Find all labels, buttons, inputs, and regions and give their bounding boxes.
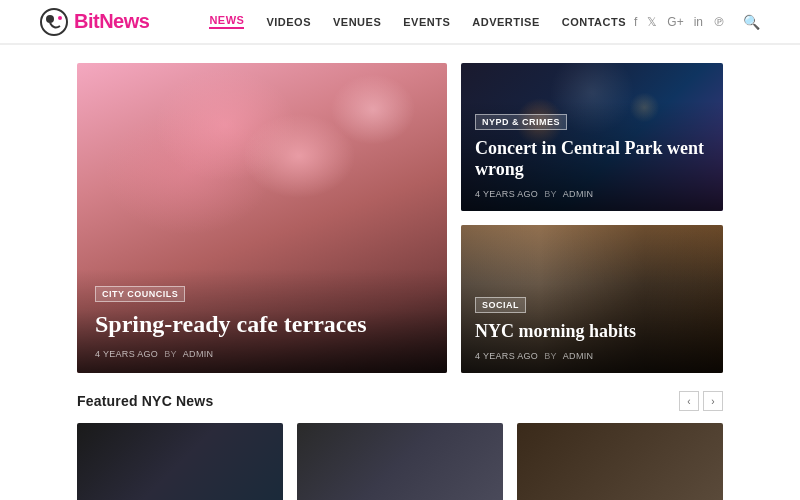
nav-videos[interactable]: VIDEOS <box>266 16 311 28</box>
featured-cards-row <box>77 423 723 500</box>
nav-venues[interactable]: VENUES <box>333 16 381 28</box>
card-overlay-spring: CITY COUNCILS Spring-ready cafe terraces… <box>77 269 447 373</box>
googleplus-icon[interactable]: G+ <box>667 15 683 29</box>
pinterest-icon[interactable]: ℗ <box>713 15 725 29</box>
nav-contacts[interactable]: CONTACTS <box>562 16 626 28</box>
card-nyc-morning[interactable]: SOCIAL NYC morning habits 4 YEARS AGO BY… <box>461 225 723 373</box>
prev-arrow[interactable]: ‹ <box>679 391 699 411</box>
meta-time-concert: 4 YEARS AGO <box>475 189 538 199</box>
card-spring-terraces[interactable]: CITY COUNCILS Spring-ready cafe terraces… <box>77 63 447 373</box>
meta-sep-spring: BY <box>164 349 177 359</box>
featured-card-3-bg <box>517 423 723 500</box>
linkedin-icon[interactable]: in <box>694 15 703 29</box>
facebook-icon[interactable]: f <box>634 15 637 29</box>
logo[interactable]: BitNews <box>40 8 149 36</box>
card-overlay-nyc: SOCIAL NYC morning habits 4 YEARS AGO BY… <box>461 284 723 373</box>
meta-time-nyc: 4 YEARS AGO <box>475 351 538 361</box>
logo-text: BitNews <box>74 10 149 33</box>
nav-events[interactable]: EVENTS <box>403 16 450 28</box>
card-title-concert: Concert in Central Park went wrong <box>475 138 709 181</box>
header-right: f 𝕏 G+ in ℗ 🔍 <box>634 14 760 30</box>
meta-sep-nyc: BY <box>544 351 557 361</box>
card-overlay-concert: NYPD & CRIMES Concert in Central Park we… <box>461 101 723 211</box>
category-tag-social: SOCIAL <box>475 297 526 313</box>
featured-card-1-bg <box>77 423 283 500</box>
meta-author-concert: ADMIN <box>563 189 594 199</box>
featured-section-title: Featured NYC News <box>77 393 213 409</box>
search-button[interactable]: 🔍 <box>743 14 760 30</box>
meta-author-spring: ADMIN <box>183 349 214 359</box>
meta-author-nyc: ADMIN <box>563 351 594 361</box>
card-title-nyc: NYC morning habits <box>475 321 709 343</box>
meta-time-spring: 4 YEARS AGO <box>95 349 158 359</box>
featured-header: Featured NYC News ‹ › <box>77 391 723 411</box>
svg-point-2 <box>58 16 62 20</box>
twitter-icon[interactable]: 𝕏 <box>647 15 657 29</box>
site-header: BitNews NEWS VIDEOS VENUES EVENTS ADVERT… <box>0 0 800 44</box>
svg-point-1 <box>46 15 54 23</box>
category-tag-city-councils: CITY COUNCILS <box>95 286 185 302</box>
carousel-nav: ‹ › <box>679 391 723 411</box>
card-meta-concert: 4 YEARS AGO BY ADMIN <box>475 189 709 199</box>
featured-card-3[interactable] <box>517 423 723 500</box>
nav-advertise[interactable]: ADVERTISE <box>472 16 539 28</box>
nav-news[interactable]: NEWS <box>209 14 244 29</box>
featured-grid: CITY COUNCILS Spring-ready cafe terraces… <box>77 63 723 373</box>
featured-section: Featured NYC News ‹ › <box>77 391 723 500</box>
featured-card-1[interactable] <box>77 423 283 500</box>
card-meta-nyc: 4 YEARS AGO BY ADMIN <box>475 351 709 361</box>
category-tag-nypd: NYPD & CRIMES <box>475 114 567 130</box>
main-nav: NEWS VIDEOS VENUES EVENTS ADVERTISE CONT… <box>209 14 626 29</box>
main-content: CITY COUNCILS Spring-ready cafe terraces… <box>0 45 800 500</box>
card-title-spring: Spring-ready cafe terraces <box>95 310 429 339</box>
card-concert[interactable]: NYPD & CRIMES Concert in Central Park we… <box>461 63 723 211</box>
right-card-column: NYPD & CRIMES Concert in Central Park we… <box>461 63 723 373</box>
meta-sep-concert: BY <box>544 189 557 199</box>
next-arrow[interactable]: › <box>703 391 723 411</box>
social-icons: f 𝕏 G+ in ℗ <box>634 15 725 29</box>
featured-card-2-bg <box>297 423 503 500</box>
svg-point-0 <box>41 9 67 35</box>
card-meta-spring: 4 YEARS AGO BY ADMIN <box>95 349 429 359</box>
logo-icon <box>40 8 68 36</box>
featured-card-2[interactable] <box>297 423 503 500</box>
